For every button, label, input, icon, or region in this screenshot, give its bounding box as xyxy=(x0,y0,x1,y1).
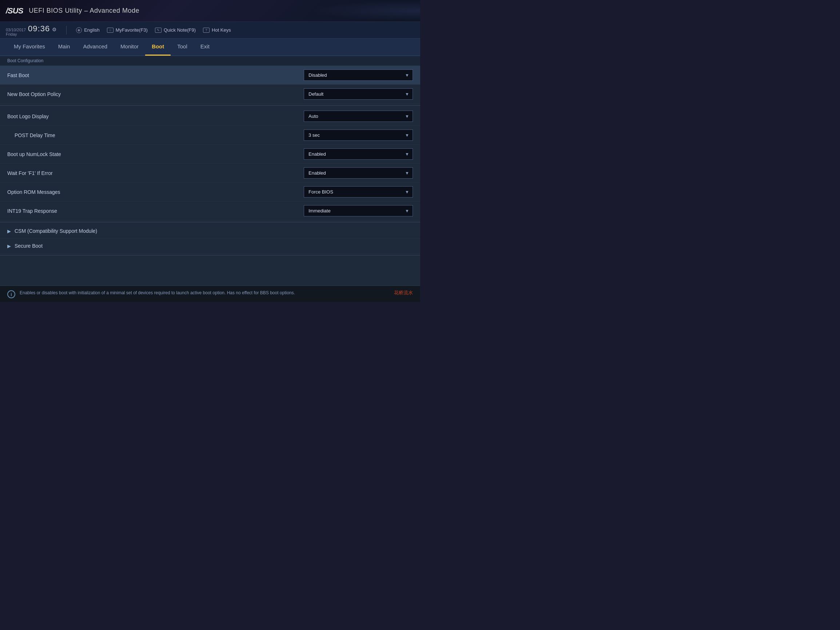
time-display: 09:36 xyxy=(28,24,50,33)
divider-before-csm xyxy=(0,222,420,222)
boot-logo-dropdown-wrapper[interactable]: Auto Full Screen Disabled ▼ xyxy=(304,111,413,122)
csm-label: CSM (Compatibility Support Module) xyxy=(14,228,97,234)
bios-title: UEFI BIOS Utility – Advanced Mode xyxy=(29,7,139,14)
globe-icon: ⊕ xyxy=(76,27,82,33)
settings-list: Fast Boot Disabled Enabled ▼ New Boot Op… xyxy=(0,66,420,255)
quicknote-icon: ✎ xyxy=(155,28,161,33)
divider-after-new-boot xyxy=(0,105,420,106)
nav-tool[interactable]: Tool xyxy=(171,38,194,56)
post-delay-dropdown-wrapper[interactable]: 0 sec 1 sec 2 sec 3 sec 5 sec 10 sec ▼ xyxy=(304,129,413,141)
int19-row: INT19 Trap Response Immediate Postponed … xyxy=(0,202,420,220)
day-label: Friday xyxy=(6,32,26,36)
option-rom-select[interactable]: Force BIOS Keep Current xyxy=(304,186,413,197)
gear-icon[interactable]: ⚙ xyxy=(52,27,57,32)
fast-boot-dropdown-wrapper[interactable]: Disabled Enabled ▼ xyxy=(304,69,413,81)
status-message: Enables or disables boot with initializa… xyxy=(20,289,390,296)
post-delay-select[interactable]: 0 sec 1 sec 2 sec 3 sec 5 sec 10 sec xyxy=(304,129,413,141)
post-delay-label: POST Delay Time xyxy=(7,133,304,138)
boot-logo-select[interactable]: Auto Full Screen Disabled xyxy=(304,111,413,122)
nav-exit[interactable]: Exit xyxy=(194,38,216,56)
numlock-row: Boot up NumLock State Enabled Disabled ▼ xyxy=(0,145,420,164)
fast-boot-row: Fast Boot Disabled Enabled ▼ xyxy=(0,66,420,85)
asus-logo: /SUS xyxy=(6,6,23,16)
int19-select[interactable]: Immediate Postponed xyxy=(304,205,413,216)
divider-1 xyxy=(66,26,66,35)
nav-advanced[interactable]: Advanced xyxy=(76,38,114,56)
int19-dropdown-wrapper[interactable]: Immediate Postponed ▼ xyxy=(304,205,413,216)
wait-f1-dropdown-wrapper[interactable]: Enabled Disabled ▼ xyxy=(304,167,413,178)
int19-label: INT19 Trap Response xyxy=(7,208,304,214)
new-boot-option-row: New Boot Option Policy Default Place Fir… xyxy=(0,85,420,104)
top-header: /SUS UEFI BIOS Utility – Advanced Mode xyxy=(0,0,420,22)
nav-main[interactable]: Main xyxy=(52,38,77,56)
status-bar: i Enables or disables boot with initiali… xyxy=(0,286,420,302)
quicknote-label: Quick Note(F9) xyxy=(164,27,196,33)
secure-boot-arrow-icon: ▶ xyxy=(7,243,11,249)
wait-f1-row: Wait For 'F1' If Error Enabled Disabled … xyxy=(0,164,420,183)
myfavorite-icon: ☆ xyxy=(107,28,114,33)
boot-logo-row: Boot Logo Display Auto Full Screen Disab… xyxy=(0,107,420,126)
settings-panel: Fast Boot Disabled Enabled ▼ New Boot Op… xyxy=(0,66,420,286)
new-boot-option-select[interactable]: Default Place First Place Last xyxy=(304,88,413,99)
secure-boot-label: Secure Boot xyxy=(14,243,43,249)
csm-expandable[interactable]: ▶ CSM (Compatibility Support Module) xyxy=(0,224,420,238)
info-bar: 03/10/2017 Friday 09:36 ⚙ ⊕ English ☆ My… xyxy=(0,22,420,39)
numlock-select[interactable]: Enabled Disabled xyxy=(304,148,413,159)
numlock-label: Boot up NumLock State xyxy=(7,151,304,157)
option-rom-label: Option ROM Messages xyxy=(7,189,304,195)
date-label: 03/10/2017 xyxy=(6,28,26,32)
new-boot-option-label: New Boot Option Policy xyxy=(7,91,304,97)
option-rom-row: Option ROM Messages Force BIOS Keep Curr… xyxy=(0,183,420,202)
boot-logo-label: Boot Logo Display xyxy=(7,114,304,119)
hotkeys-label: Hot Keys xyxy=(212,27,231,33)
wait-f1-label: Wait For 'F1' If Error xyxy=(7,170,304,176)
myfavorite-button[interactable]: ☆ MyFavorite(F3) xyxy=(107,27,148,33)
nav-bar: My Favorites Main Advanced Monitor Boot … xyxy=(0,39,420,56)
nav-boot[interactable]: Boot xyxy=(145,38,171,56)
nav-favorites[interactable]: My Favorites xyxy=(7,38,52,56)
csm-arrow-icon: ▶ xyxy=(7,229,11,234)
nav-monitor[interactable]: Monitor xyxy=(114,38,145,56)
new-boot-option-dropdown-wrapper[interactable]: Default Place First Place Last ▼ xyxy=(304,88,413,99)
bottom-divider xyxy=(0,255,420,255)
info-icon: i xyxy=(7,290,15,298)
breadcrumb: Boot Configuration xyxy=(0,56,420,66)
wait-f1-select[interactable]: Enabled Disabled xyxy=(304,167,413,178)
secure-boot-expandable[interactable]: ▶ Secure Boot xyxy=(0,238,420,254)
hotkeys-icon: ? xyxy=(203,28,210,33)
option-rom-dropdown-wrapper[interactable]: Force BIOS Keep Current ▼ xyxy=(304,186,413,197)
fast-boot-select[interactable]: Disabled Enabled xyxy=(304,69,413,81)
hotkeys-button[interactable]: ? Hot Keys xyxy=(203,27,231,33)
quicknote-button[interactable]: ✎ Quick Note(F9) xyxy=(155,27,196,33)
datetime-display: 03/10/2017 Friday 09:36 ⚙ xyxy=(6,24,57,36)
post-delay-row: POST Delay Time 0 sec 1 sec 2 sec 3 sec … xyxy=(0,126,420,145)
myfavorite-label: MyFavorite(F3) xyxy=(116,27,148,33)
watermark-text: 花桥流水 xyxy=(394,289,413,296)
fast-boot-label: Fast Boot xyxy=(7,73,304,78)
language-selector[interactable]: ⊕ English xyxy=(76,27,99,33)
numlock-dropdown-wrapper[interactable]: Enabled Disabled ▼ xyxy=(304,148,413,159)
english-label: English xyxy=(84,27,99,33)
